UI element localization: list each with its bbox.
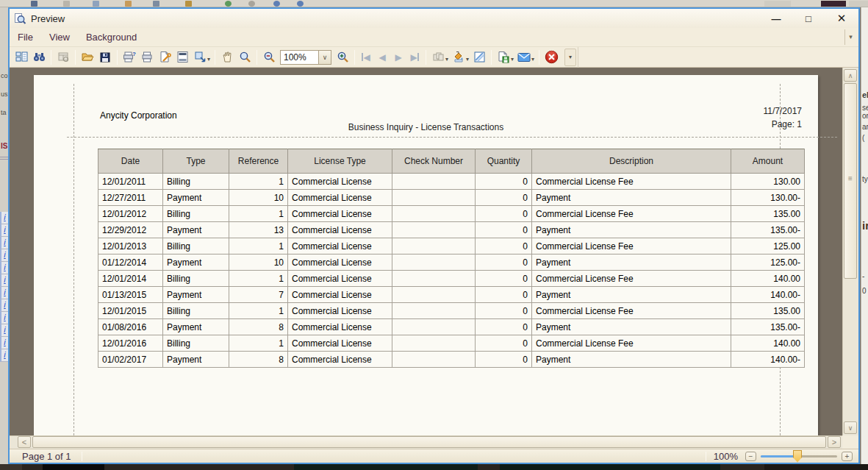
watermark-page-button[interactable] — [470, 49, 488, 66]
zoom-input[interactable] — [280, 50, 318, 65]
exit-preview-button[interactable] — [542, 49, 560, 66]
save-button[interactable] — [96, 49, 114, 66]
maximize-button[interactable]: □ — [797, 13, 819, 24]
scroll-right-button[interactable]: > — [828, 436, 841, 448]
statusbar-zoom-controls: 100% − + — [706, 450, 858, 463]
last-page-button[interactable]: ▶ — [406, 52, 423, 63]
zoom-out-mini-button[interactable]: − — [745, 452, 756, 461]
cell-date: 12/01/2013 — [98, 238, 163, 254]
cell-amount: 140.00 — [731, 335, 805, 352]
cell-reference: 8 — [229, 352, 288, 368]
first-page-button[interactable]: ◀ — [358, 52, 374, 63]
vertical-scrollbar-thumb[interactable]: ≡ — [844, 83, 857, 279]
toolbar-separator — [426, 50, 426, 65]
watermark-fill-button[interactable] — [450, 49, 467, 66]
cell-quantity: 0 — [476, 319, 532, 335]
export-dropdown-arrow[interactable]: ▾ — [511, 56, 514, 63]
bg-filter-icon — [153, 1, 159, 7]
report-date: 11/7/2017 — [655, 106, 802, 116]
cell-date: 12/27/2011 — [98, 190, 163, 206]
page-setup-button[interactable] — [156, 49, 173, 66]
cell-check_number — [392, 222, 476, 238]
thumbnails-button-disabled[interactable] — [54, 49, 72, 66]
cell-quantity: 0 — [476, 303, 532, 319]
bg-doc-icon — [63, 1, 70, 7]
document-map-button[interactable] — [12, 49, 30, 66]
report-table-body: 12/01/2011Billing1Commercial License0Com… — [98, 174, 805, 368]
zoom-in-button[interactable] — [334, 49, 351, 66]
next-page-button[interactable]: ▶ — [390, 52, 406, 63]
scroll-down-button[interactable]: ∨ — [844, 421, 857, 434]
open-button[interactable] — [79, 49, 96, 66]
hand-tool-button[interactable] — [218, 49, 236, 66]
column-header-quantity: Quantity — [476, 149, 532, 174]
cell-amount: 140.00- — [731, 287, 805, 303]
export-button[interactable] — [495, 49, 512, 66]
menubar-overflow-button[interactable]: ▾ — [844, 29, 856, 45]
cell-amount: 135.00 — [731, 206, 805, 222]
cell-check_number — [392, 303, 476, 319]
cell-license_type: Commercial License — [288, 303, 392, 319]
cell-date: 12/01/2016 — [98, 335, 163, 352]
zoom-slider-thumb[interactable] — [793, 450, 802, 463]
cell-type: Billing — [163, 174, 229, 190]
last-page-icon: ▶ — [410, 52, 417, 63]
zoom-in-mini-button[interactable]: + — [842, 452, 853, 461]
toolbar-overflow-button[interactable]: ▾ — [564, 49, 576, 66]
scale-dropdown-arrow[interactable]: ▾ — [207, 56, 210, 63]
close-button[interactable]: ✕ — [831, 12, 853, 25]
bg-info-link: i — [0, 224, 8, 237]
minimize-button[interactable]: — — [764, 13, 786, 24]
bg-text-fragment: us — [1, 90, 8, 98]
bg-text-fragment: ar — [862, 123, 868, 131]
email-button[interactable] — [515, 49, 533, 66]
cell-date: 01/13/2015 — [98, 287, 163, 303]
email-dropdown-arrow[interactable]: ▾ — [531, 56, 534, 63]
save-floppy-icon — [99, 51, 111, 63]
header-row: DateTypeReferenceLicense TypeCheck Numbe… — [98, 149, 805, 174]
scale-button[interactable] — [191, 49, 209, 66]
print-dialog-button[interactable]: ? — [121, 49, 138, 66]
zoom-tool-button[interactable] — [236, 49, 254, 66]
horizontal-scrollbar-thumb[interactable] — [32, 436, 826, 448]
bg-block — [0, 464, 22, 470]
header-footer-icon — [176, 51, 189, 63]
print-button[interactable] — [138, 49, 156, 66]
find-button[interactable] — [30, 49, 48, 66]
titlebar[interactable]: Preview — □ ✕ — [10, 9, 858, 28]
menu-file[interactable]: File — [10, 29, 41, 46]
cell-type: Payment — [163, 319, 229, 335]
watermark-fill-dropdown-arrow[interactable]: ▾ — [466, 56, 469, 63]
zoom-out-button[interactable] — [260, 49, 278, 66]
multiple-pages-button-disabled[interactable] — [429, 49, 447, 66]
menu-view[interactable]: View — [41, 29, 78, 46]
column-header-date: Date — [98, 149, 163, 174]
bg-text-fragment: ell — [862, 90, 868, 99]
thumbnails-icon — [57, 51, 70, 63]
menu-background[interactable]: Background — [78, 29, 145, 46]
header-footer-button[interactable] — [173, 49, 191, 66]
svg-text:?: ? — [132, 51, 136, 57]
cell-type: Payment — [163, 287, 229, 303]
zoom-percent-label: 100% — [714, 451, 738, 462]
cell-date: 12/01/2011 — [98, 174, 163, 190]
table-row: 01/13/2015Payment7Commercial License0Pay… — [98, 287, 805, 303]
bg-info-link: i — [0, 324, 8, 337]
multiple-pages-dropdown-arrow[interactable]: ▾ — [445, 56, 448, 63]
bg-block — [764, 464, 868, 470]
scroll-left-button[interactable]: < — [18, 436, 31, 448]
preview-area[interactable]: Anycity Corporation 11/7/2017 Page: 1 Bu… — [10, 68, 858, 435]
previous-page-button[interactable]: ◀ — [374, 52, 390, 63]
bg-text-fragment: se — [862, 104, 868, 112]
cell-date: 12/01/2012 — [98, 206, 163, 222]
toolbar-separator — [491, 50, 492, 65]
zoom-combo-dropdown[interactable]: ∨ — [318, 50, 331, 65]
bg-block — [764, 1, 791, 7]
export-icon — [497, 51, 510, 63]
table-row: 12/01/2014Billing1Commercial License0Com… — [98, 271, 805, 287]
cell-reference: 7 — [229, 287, 288, 303]
scroll-up-button[interactable]: ∧ — [844, 69, 857, 82]
find-binoculars-icon — [33, 51, 46, 63]
cell-description: Commercial License Fee — [532, 303, 731, 319]
zoom-slider[interactable] — [761, 450, 837, 463]
